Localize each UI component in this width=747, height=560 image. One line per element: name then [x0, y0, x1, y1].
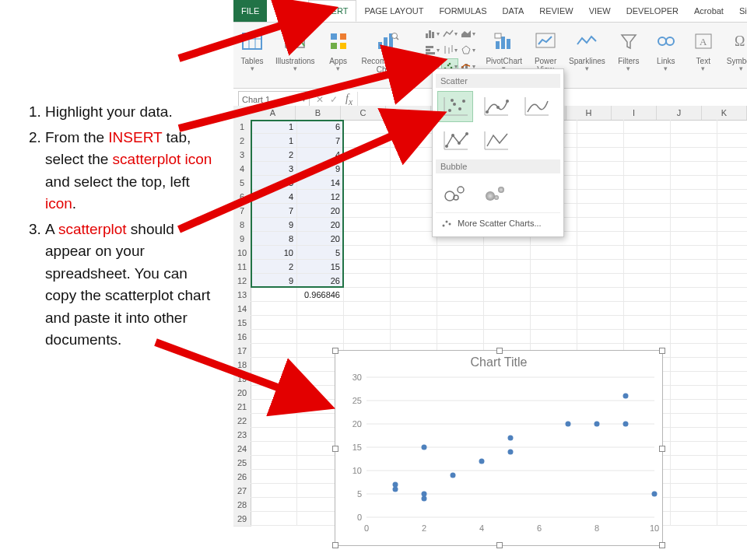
- cell[interactable]: [717, 428, 747, 442]
- cell[interactable]: 20: [297, 218, 344, 232]
- row-header[interactable]: 28: [233, 498, 251, 513]
- cell[interactable]: [671, 316, 717, 330]
- cell[interactable]: [577, 260, 624, 274]
- cell[interactable]: [484, 330, 531, 344]
- cell[interactable]: [577, 274, 624, 288]
- tab-view[interactable]: VIEW: [581, 0, 619, 22]
- cell[interactable]: 9: [251, 218, 297, 232]
- cell[interactable]: [251, 330, 297, 344]
- cell[interactable]: [251, 372, 297, 386]
- row-header[interactable]: 4: [233, 162, 251, 177]
- row-header[interactable]: 23: [233, 428, 251, 443]
- row-header[interactable]: 18: [233, 358, 251, 373]
- row-header[interactable]: 14: [233, 302, 251, 317]
- cell[interactable]: [717, 330, 747, 344]
- cell[interactable]: [484, 288, 531, 302]
- row-header[interactable]: 11: [233, 260, 251, 275]
- cell[interactable]: [717, 134, 747, 148]
- cell[interactable]: [531, 274, 577, 288]
- cell[interactable]: [717, 246, 747, 260]
- cell[interactable]: [344, 288, 391, 302]
- cell[interactable]: [577, 232, 624, 246]
- ribbon-links[interactable]: Links▾: [647, 26, 685, 85]
- row-header[interactable]: 25: [233, 456, 251, 471]
- cell[interactable]: 2: [251, 260, 297, 274]
- cell[interactable]: [717, 176, 747, 190]
- cell[interactable]: [671, 218, 717, 232]
- cell[interactable]: [531, 246, 577, 260]
- col-header[interactable]: D: [386, 106, 431, 120]
- row-header[interactable]: 24: [233, 442, 251, 457]
- cell[interactable]: [671, 428, 717, 442]
- row-header[interactable]: 20: [233, 386, 251, 401]
- cell[interactable]: 14: [297, 176, 344, 190]
- cell[interactable]: [344, 148, 391, 162]
- cell[interactable]: [671, 414, 717, 428]
- row-header[interactable]: 1: [233, 120, 251, 135]
- cell[interactable]: [531, 302, 577, 316]
- cell[interactable]: [577, 190, 624, 204]
- ribbon-illustrations[interactable]: Illustrations▾: [271, 26, 320, 85]
- cell[interactable]: [624, 302, 671, 316]
- cell[interactable]: [671, 442, 717, 456]
- cell[interactable]: [671, 120, 717, 134]
- cell[interactable]: [624, 204, 671, 218]
- row-header[interactable]: 3: [233, 148, 251, 163]
- cell[interactable]: [437, 316, 484, 330]
- cell[interactable]: [624, 162, 671, 176]
- cell[interactable]: [624, 246, 671, 260]
- cell[interactable]: 3: [251, 162, 297, 176]
- cell[interactable]: [344, 260, 391, 274]
- cell[interactable]: [437, 246, 484, 260]
- col-header[interactable]: K: [702, 106, 747, 120]
- cell[interactable]: [717, 190, 747, 204]
- cell[interactable]: [251, 470, 297, 484]
- cell[interactable]: [577, 176, 624, 190]
- cell[interactable]: [344, 134, 391, 148]
- tab-developer[interactable]: DEVELOPER: [619, 0, 686, 22]
- cell[interactable]: [437, 288, 484, 302]
- cell[interactable]: [391, 288, 437, 302]
- ribbon-text[interactable]: A Text▾: [685, 26, 722, 85]
- cell[interactable]: 4: [251, 190, 297, 204]
- row-header[interactable]: 26: [233, 470, 251, 485]
- cell[interactable]: 12: [297, 190, 344, 204]
- ribbon-symbols[interactable]: Ω Symbols▾: [722, 26, 747, 85]
- scatter-option-straight-markers[interactable]: [437, 125, 473, 156]
- select-all-corner[interactable]: [233, 106, 251, 121]
- cell[interactable]: [251, 288, 297, 302]
- cell[interactable]: [717, 414, 747, 428]
- scatter-option-smooth-markers[interactable]: [478, 91, 514, 122]
- tab-insert[interactable]: INSERT: [308, 0, 356, 22]
- insert-bar-chart-icon[interactable]: ▾: [423, 42, 440, 58]
- cell[interactable]: [624, 330, 671, 344]
- cell[interactable]: [624, 176, 671, 190]
- enter-formula-icon[interactable]: ✓: [327, 93, 341, 107]
- cell[interactable]: [717, 232, 747, 246]
- cell[interactable]: [717, 302, 747, 316]
- cell[interactable]: [484, 246, 531, 260]
- cell[interactable]: [624, 148, 671, 162]
- col-header[interactable]: C: [341, 106, 386, 120]
- cell[interactable]: 9: [297, 162, 344, 176]
- cell[interactable]: [671, 400, 717, 414]
- cell[interactable]: [391, 120, 437, 134]
- cell[interactable]: [437, 330, 484, 344]
- cell[interactable]: [391, 148, 437, 162]
- cell[interactable]: [577, 288, 624, 302]
- cell[interactable]: [297, 316, 344, 330]
- cell[interactable]: [717, 400, 747, 414]
- insert-column-chart-icon[interactable]: ▾: [423, 26, 440, 41]
- user-menu[interactable]: Siegle, Del▼: [731, 0, 747, 22]
- cell[interactable]: [671, 512, 717, 526]
- cell[interactable]: [391, 246, 437, 260]
- cell[interactable]: [391, 316, 437, 330]
- cell[interactable]: [391, 274, 437, 288]
- tab-review[interactable]: REVIEW: [531, 0, 580, 22]
- cell[interactable]: 9: [251, 274, 297, 288]
- cell[interactable]: [391, 162, 437, 176]
- col-header[interactable]: J: [657, 106, 702, 120]
- cell[interactable]: [717, 470, 747, 484]
- cell[interactable]: [671, 134, 717, 148]
- col-header[interactable]: A: [251, 106, 296, 120]
